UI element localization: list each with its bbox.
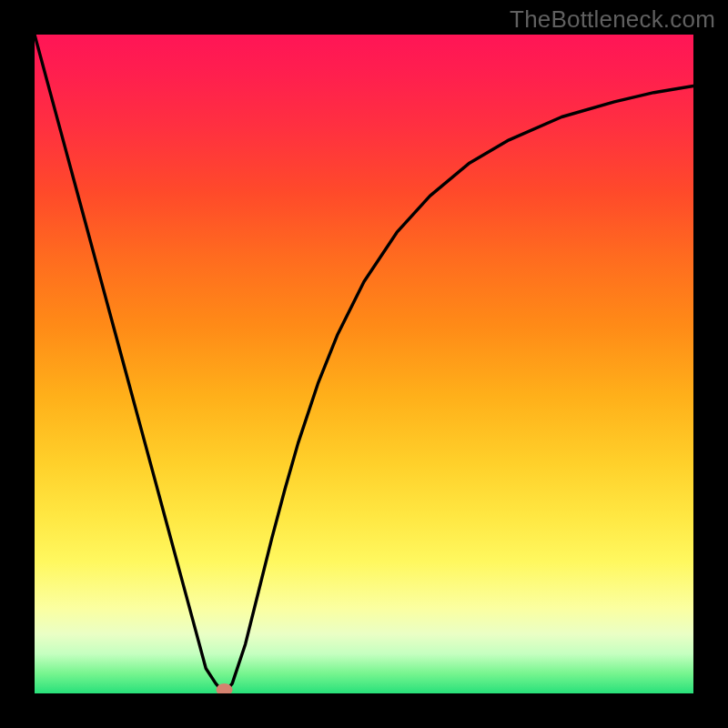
watermark-label: TheBottleneck.com [510, 5, 715, 34]
chart-frame: TheBottleneck.com [0, 0, 728, 728]
bottleneck-curve-path [35, 35, 693, 693]
plot-area [35, 35, 693, 693]
bottleneck-curve-svg [35, 35, 693, 693]
